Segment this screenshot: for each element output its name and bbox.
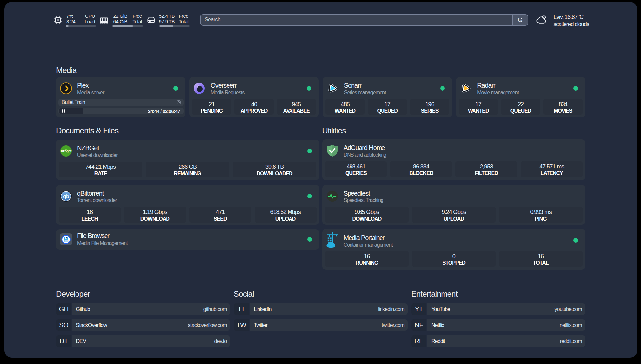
svg-text:nzbget: nzbget <box>61 149 72 153</box>
svg-text:qb: qb <box>63 193 69 199</box>
